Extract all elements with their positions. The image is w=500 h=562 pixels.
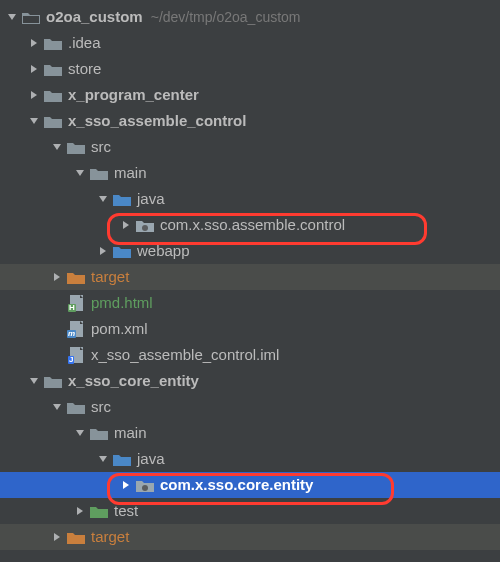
node-label: .idea <box>68 30 101 56</box>
node-label: x_sso_assemble_control <box>68 108 246 134</box>
folder-icon <box>44 112 62 130</box>
node-label: target <box>91 264 129 290</box>
tree-row[interactable]: src <box>0 134 500 160</box>
folder-open-icon <box>22 8 40 26</box>
root-label: o2oa_custom <box>46 4 143 30</box>
chevron-down-icon[interactable] <box>74 168 86 178</box>
chevron-down-icon[interactable] <box>51 142 63 152</box>
tree-row[interactable]: java <box>0 186 500 212</box>
tree-row-pkg2-selected[interactable]: com.x.sso.core.entity <box>0 472 500 498</box>
chevron-down-icon[interactable] <box>51 402 63 412</box>
tree-row[interactable]: target <box>0 264 500 290</box>
node-label: pom.xml <box>91 316 148 342</box>
tree-row[interactable]: java <box>0 446 500 472</box>
node-label: main <box>114 420 147 446</box>
chevron-right-icon[interactable] <box>28 90 40 100</box>
package-icon <box>136 476 154 494</box>
tree-row[interactable]: H pmd.html <box>0 290 500 316</box>
tree-row[interactable]: webapp <box>0 238 500 264</box>
tree-row[interactable]: src <box>0 394 500 420</box>
node-label: src <box>91 394 111 420</box>
test-folder-icon <box>90 502 108 520</box>
project-tree[interactable]: o2oa_custom ~/dev/tmp/o2oa_custom .idea … <box>0 0 500 550</box>
tree-row[interactable]: store <box>0 56 500 82</box>
folder-icon <box>44 34 62 52</box>
chevron-down-icon[interactable] <box>97 194 109 204</box>
folder-icon <box>67 138 85 156</box>
chevron-right-icon[interactable] <box>120 480 132 490</box>
chevron-right-icon[interactable] <box>28 64 40 74</box>
folder-icon <box>44 60 62 78</box>
node-label: com.x.sso.assemble.control <box>160 212 345 238</box>
chevron-down-icon[interactable] <box>6 12 18 22</box>
folder-icon <box>44 372 62 390</box>
chevron-down-icon[interactable] <box>28 376 40 386</box>
chevron-right-icon[interactable] <box>51 272 63 282</box>
node-label: x_sso_core_entity <box>68 368 199 394</box>
tree-row[interactable]: m pom.xml <box>0 316 500 342</box>
tree-row-root[interactable]: o2oa_custom ~/dev/tmp/o2oa_custom <box>0 4 500 30</box>
tree-row[interactable]: target <box>0 524 500 550</box>
tree-row[interactable]: x_sso_core_entity <box>0 368 500 394</box>
node-label: java <box>137 446 165 472</box>
iml-file-icon: J <box>67 346 85 364</box>
tree-row[interactable]: x_sso_assemble_control <box>0 108 500 134</box>
tree-row[interactable]: .idea <box>0 30 500 56</box>
tree-row[interactable]: main <box>0 160 500 186</box>
tree-row-pkg1[interactable]: com.x.sso.assemble.control <box>0 212 500 238</box>
folder-icon <box>90 424 108 442</box>
node-label: x_sso_assemble_control.iml <box>91 342 279 368</box>
tree-row[interactable]: J x_sso_assemble_control.iml <box>0 342 500 368</box>
chevron-down-icon[interactable] <box>97 454 109 464</box>
folder-icon <box>67 398 85 416</box>
chevron-right-icon[interactable] <box>28 38 40 48</box>
node-label: x_program_center <box>68 82 199 108</box>
maven-file-icon: m <box>67 320 85 338</box>
node-label: webapp <box>137 238 190 264</box>
node-label: store <box>68 56 101 82</box>
node-label: java <box>137 186 165 212</box>
html-file-icon: H <box>67 294 85 312</box>
chevron-right-icon[interactable] <box>97 246 109 256</box>
node-label: pmd.html <box>91 290 153 316</box>
chevron-right-icon[interactable] <box>51 532 63 542</box>
chevron-down-icon[interactable] <box>28 116 40 126</box>
package-icon <box>136 216 154 234</box>
node-label: test <box>114 498 138 524</box>
tree-row[interactable]: main <box>0 420 500 446</box>
tree-row[interactable]: x_program_center <box>0 82 500 108</box>
node-label: main <box>114 160 147 186</box>
chevron-right-icon[interactable] <box>120 220 132 230</box>
tree-row[interactable]: test <box>0 498 500 524</box>
source-folder-icon <box>113 190 131 208</box>
source-folder-icon <box>113 450 131 468</box>
chevron-right-icon[interactable] <box>74 506 86 516</box>
folder-icon <box>44 86 62 104</box>
chevron-down-icon[interactable] <box>74 428 86 438</box>
excluded-folder-icon <box>67 528 85 546</box>
node-label: src <box>91 134 111 160</box>
node-label: target <box>91 524 129 550</box>
root-path: ~/dev/tmp/o2oa_custom <box>151 9 301 25</box>
resource-folder-icon <box>113 242 131 260</box>
node-label: com.x.sso.core.entity <box>160 472 313 498</box>
folder-icon <box>90 164 108 182</box>
excluded-folder-icon <box>67 268 85 286</box>
